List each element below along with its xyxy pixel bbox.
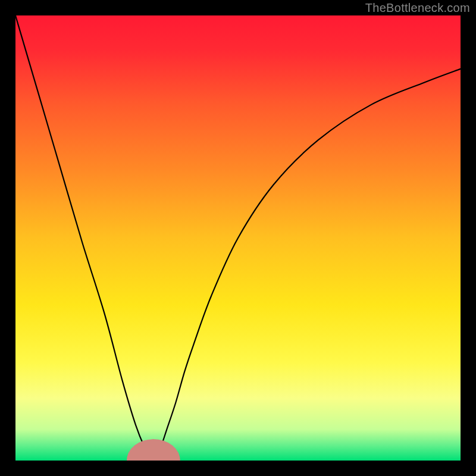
chart-frame: TheBottleneck.com: [0, 0, 476, 476]
watermark-text: TheBottleneck.com: [365, 1, 470, 15]
plot-area: [15, 15, 461, 461]
plot-svg: [15, 15, 461, 461]
